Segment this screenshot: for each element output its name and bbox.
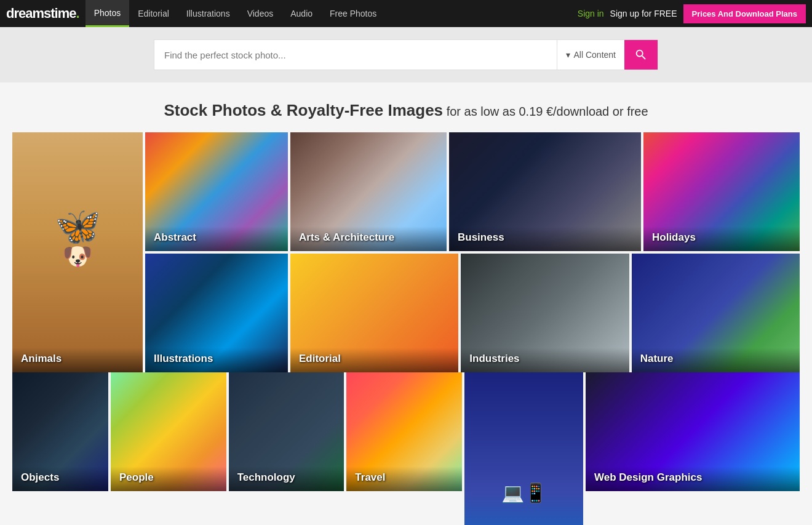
dropdown-label: All Content [574,50,616,60]
people-label: People [111,467,226,491]
holidays-label: Holidays [643,226,800,251]
illustrations-label: Illustrations [145,348,288,372]
row-1: Abstract Arts & Architecture Business Ho… [145,132,800,251]
category-business[interactable]: Business [449,132,641,251]
category-animals[interactable]: 🦋 🐶 Animals [12,132,143,372]
category-illustrations[interactable]: Illustrations [145,254,288,372]
category-holidays[interactable]: Holidays [643,132,800,251]
category-webdesign[interactable]: Web Design Graphics [586,372,800,491]
rows-12-right: Abstract Arts & Architecture Business Ho… [145,132,800,372]
nav-editorial[interactable]: Editorial [129,0,178,27]
header-right: Sign in Sign up for FREE Prices And Down… [578,4,806,23]
technology-label: Technology [229,467,344,491]
nav-free-photos[interactable]: Free Photos [321,0,385,27]
abstract-label: Abstract [145,226,288,251]
travel-label: Travel [346,467,462,491]
category-travel[interactable]: Travel [346,372,462,491]
category-nature[interactable]: Nature [632,254,800,372]
category-people[interactable]: People [111,372,226,491]
row-3: Objects People Technology Travel [12,372,462,491]
editorial-label: Editorial [290,348,458,372]
category-itc[interactable]: 💻📱 IT & C [464,372,583,525]
site-logo[interactable]: dreamstime. [6,6,79,22]
content-type-dropdown[interactable]: ▾ All Content [557,40,624,70]
arts-label: Arts & Architecture [290,226,447,251]
nav-videos[interactable]: Videos [239,0,282,27]
search-button[interactable] [624,40,658,70]
rows-23-wrapper: Objects People Technology Travel [12,372,800,525]
main-nav: Photos Editorial Illustrations Videos Au… [86,0,578,27]
nature-label: Nature [632,348,800,372]
row-2: Illustrations Editorial Industries Natur… [145,254,800,372]
logo-text: dreamstime. [6,6,79,22]
industries-label: Industries [461,348,629,372]
nav-photos[interactable]: Photos [86,0,130,27]
business-label: Business [449,226,641,251]
category-arts[interactable]: Arts & Architecture [290,132,447,251]
rows-23-left-items: Objects People Technology Travel [12,372,462,525]
category-objects[interactable]: Objects [12,372,108,491]
search-bar: ▾ All Content [154,39,658,70]
objects-label: Objects [12,467,108,491]
rows-1-2-wrapper: 🦋 🐶 Animals Abstract Arts & Architecture [12,132,800,372]
chevron-down-icon: ▾ [566,50,570,60]
hero-bold: Stock Photos & Royalty-Free Images [164,101,443,119]
hero-section: Stock Photos & Royalty-Free Images for a… [0,82,812,132]
search-icon [634,48,648,62]
category-industries[interactable]: Industries [461,254,629,372]
category-grid: 🦋 🐶 Animals Abstract Arts & Architecture [0,132,812,525]
search-section: ▾ All Content [0,27,812,82]
category-abstract[interactable]: Abstract [145,132,288,251]
sign-in-link[interactable]: Sign in [578,9,604,18]
nav-illustrations[interactable]: Illustrations [178,0,239,27]
sign-up-link[interactable]: Sign up for FREE [610,9,677,18]
hero-suffix: for as low as 0.19 €/download or free [443,105,648,118]
webdesign-label: Web Design Graphics [586,467,800,491]
nav-audio[interactable]: Audio [282,0,321,27]
category-technology[interactable]: Technology [229,372,344,491]
search-input[interactable] [154,40,557,70]
prices-button[interactable]: Prices And Download Plans [683,4,806,23]
category-editorial[interactable]: Editorial [290,254,458,372]
animals-label: Animals [12,348,143,372]
